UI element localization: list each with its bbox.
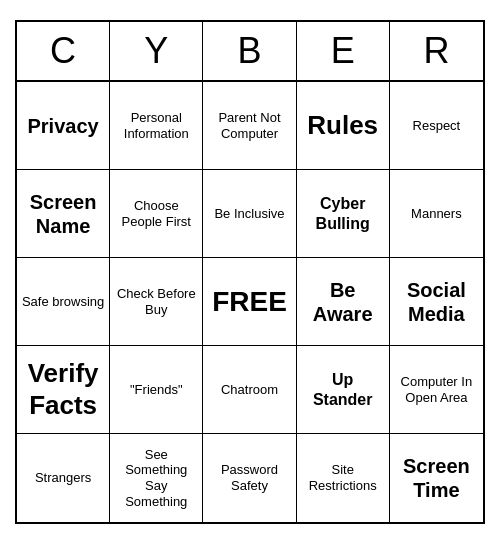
bingo-cell: Choose People First [110, 170, 203, 258]
cell-text: Rules [307, 110, 378, 141]
bingo-grid: PrivacyPersonal InformationParent Not Co… [17, 82, 483, 522]
bingo-cell: Rules [297, 82, 390, 170]
cell-text: Be Aware [301, 278, 385, 326]
header-letter: E [297, 22, 390, 80]
cell-text: Personal Information [114, 110, 198, 141]
bingo-cell: Parent Not Computer [203, 82, 296, 170]
cell-text: Computer In Open Area [394, 374, 479, 405]
bingo-cell: Cyber Bulling [297, 170, 390, 258]
cell-text: Safe browsing [22, 294, 104, 310]
bingo-cell: Screen Time [390, 434, 483, 522]
cell-text: Parent Not Computer [207, 110, 291, 141]
cell-text: Screen Time [394, 454, 479, 502]
cell-text: Respect [413, 118, 461, 134]
header-letter: R [390, 22, 483, 80]
bingo-cell: Manners [390, 170, 483, 258]
bingo-cell: Social Media [390, 258, 483, 346]
bingo-cell: Strangers [17, 434, 110, 522]
cell-text: Strangers [35, 470, 91, 486]
bingo-cell: Be Inclusive [203, 170, 296, 258]
cell-text: Password Safety [207, 462, 291, 493]
header-letter: Y [110, 22, 203, 80]
bingo-cell: Up Stander [297, 346, 390, 434]
cell-text: Verify Facts [21, 358, 105, 420]
cell-text: "Friends" [130, 382, 183, 398]
bingo-cell: See Something Say Something [110, 434, 203, 522]
bingo-cell: Be Aware [297, 258, 390, 346]
cell-text: Up Stander [301, 370, 385, 408]
cell-text: Check Before Buy [114, 286, 198, 317]
cell-text: See Something Say Something [114, 447, 198, 509]
bingo-cell: Computer In Open Area [390, 346, 483, 434]
header-letter: C [17, 22, 110, 80]
cell-text: Social Media [394, 278, 479, 326]
cell-text: Privacy [28, 114, 99, 138]
bingo-cell: Check Before Buy [110, 258, 203, 346]
header-letter: B [203, 22, 296, 80]
cell-text: Be Inclusive [214, 206, 284, 222]
cell-text: Chatroom [221, 382, 278, 398]
bingo-cell: FREE [203, 258, 296, 346]
cell-text: FREE [212, 285, 287, 319]
cell-text: Manners [411, 206, 462, 222]
cell-text: Cyber Bulling [301, 194, 385, 232]
bingo-cell: "Friends" [110, 346, 203, 434]
bingo-cell: Chatroom [203, 346, 296, 434]
bingo-cell: Site Restrictions [297, 434, 390, 522]
bingo-cell: Screen Name [17, 170, 110, 258]
cell-text: Site Restrictions [301, 462, 385, 493]
bingo-cell: Verify Facts [17, 346, 110, 434]
bingo-header: CYBER [17, 22, 483, 82]
bingo-cell: Privacy [17, 82, 110, 170]
bingo-cell: Safe browsing [17, 258, 110, 346]
bingo-cell: Personal Information [110, 82, 203, 170]
bingo-card: CYBER PrivacyPersonal InformationParent … [15, 20, 485, 524]
cell-text: Choose People First [114, 198, 198, 229]
cell-text: Screen Name [21, 190, 105, 238]
bingo-cell: Password Safety [203, 434, 296, 522]
bingo-cell: Respect [390, 82, 483, 170]
